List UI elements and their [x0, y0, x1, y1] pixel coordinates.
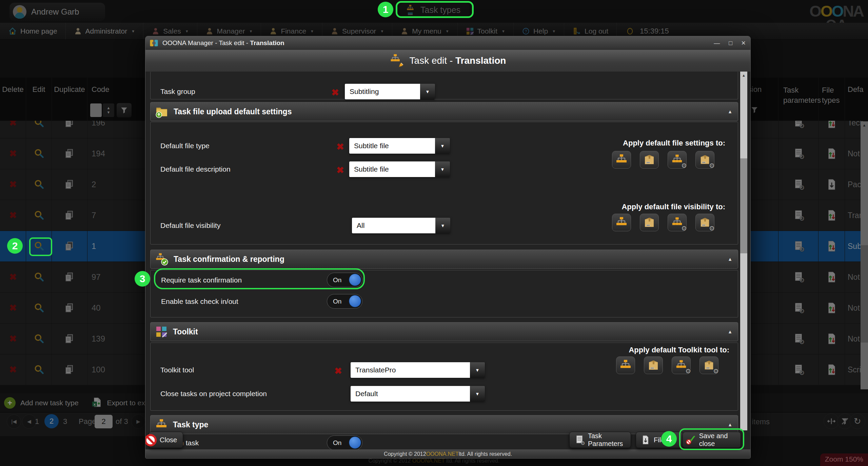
collapse-icon[interactable]: ▲	[728, 109, 732, 114]
apply-to-package-button[interactable]	[640, 151, 659, 169]
default-file-description-dropdown[interactable]: Subtitle file ▼	[349, 161, 450, 177]
minimize-button[interactable]: —	[714, 40, 720, 47]
table-row-selected[interactable]: ⚙ Subt	[748, 231, 868, 262]
delete-button[interactable]: ✖	[0, 293, 26, 323]
task-parameters-button[interactable]: ⚙	[778, 354, 818, 385]
maximize-button[interactable]: □	[729, 40, 732, 47]
duplicate-button[interactable]	[52, 121, 87, 138]
page-input[interactable]: 2	[95, 415, 113, 428]
default-file-type-dropdown[interactable]: Subtitle file ▼	[349, 138, 450, 154]
delete-button[interactable]: ✖	[0, 200, 26, 231]
col-edit[interactable]: Edit	[33, 85, 45, 94]
edit-button[interactable]	[26, 121, 52, 138]
collapse-icon[interactable]: ▲	[728, 329, 732, 334]
edit-button[interactable]	[26, 293, 52, 323]
file-types-button[interactable]	[818, 262, 845, 292]
edit-button[interactable]	[26, 169, 52, 200]
apply-to-project-settings-button[interactable]: ⚙	[672, 356, 691, 374]
dropdown-arrow-icon[interactable]: ▼	[435, 161, 450, 177]
table-row[interactable]: ✖ 194	[0, 138, 149, 169]
dropdown-arrow-icon[interactable]: ▼	[470, 386, 485, 402]
file-types-button[interactable]	[818, 324, 845, 354]
table-row[interactable]: ✖ 97	[0, 262, 149, 293]
duplicate-button[interactable]	[52, 324, 87, 354]
delete-button[interactable]: ✖	[0, 354, 26, 385]
apply-to-project-button[interactable]	[612, 151, 631, 169]
dropdown-arrow-icon[interactable]: ▼	[435, 218, 450, 233]
add-new-task-type-button[interactable]: Add new task type	[20, 399, 79, 407]
scroll-up-icon[interactable]: ▲	[740, 72, 747, 79]
table-row[interactable]: ⚙ Not	[748, 138, 868, 169]
file-types-button[interactable]	[818, 354, 845, 385]
task-parameters-button[interactable]: ⚙	[778, 324, 818, 354]
task-parameters-button[interactable]: ⚙	[778, 169, 818, 200]
page-3-button[interactable]: 3	[63, 417, 67, 426]
task-group-dropdown[interactable]: Subtitling ▼	[345, 84, 435, 99]
col-code[interactable]: Code	[92, 85, 110, 94]
delete-button[interactable]: ✖	[0, 324, 26, 354]
next-page-button[interactable]: ▶	[131, 414, 145, 429]
code-filter-button[interactable]	[117, 103, 132, 117]
edit-button[interactable]	[26, 262, 52, 292]
close-button[interactable]: Close	[149, 432, 183, 448]
col-task-parameters[interactable]: Task parameters	[783, 85, 817, 105]
table-scrollbar[interactable]: ▲	[861, 121, 868, 389]
modal-scrollbar[interactable]: ▲	[740, 72, 747, 430]
code-filter-stepper[interactable]: ▲▼	[103, 103, 114, 117]
add-icon[interactable]: +	[4, 397, 16, 409]
table-row[interactable]: ⚙ Tran	[748, 200, 868, 231]
delete-button[interactable]: ✖	[0, 169, 26, 200]
file-types-button[interactable]	[818, 231, 845, 261]
nav-home[interactable]: Home page	[0, 23, 66, 39]
duplicate-button[interactable]	[52, 169, 87, 200]
edit-button[interactable]	[26, 200, 52, 231]
modal-titlebar[interactable]: OOONA Manager - Task edit - Translation	[145, 36, 750, 50]
section-file-upload[interactable]: Task file upload default settings ▲	[150, 102, 738, 121]
duplicate-button[interactable]	[52, 262, 87, 292]
task-parameters-button[interactable]: ⚙	[778, 138, 818, 169]
delete-button[interactable]: ✖	[0, 138, 26, 169]
page-1-button[interactable]: 1	[35, 417, 39, 426]
table-row[interactable]: ⚙ Not	[748, 262, 868, 293]
task-parameters-button[interactable]: ⚙	[778, 200, 818, 231]
page-2-button-current[interactable]: 2	[44, 414, 59, 428]
excel-icon[interactable]	[91, 397, 102, 409]
apply-to-package-button[interactable]	[644, 356, 663, 374]
delete-button[interactable]: ✖	[0, 121, 26, 138]
col-default-partial[interactable]: Defa	[848, 85, 863, 94]
apply-to-package-settings-button[interactable]: ⚙	[695, 214, 714, 231]
col-file-types[interactable]: File types	[822, 85, 837, 105]
first-page-button[interactable]: |◀	[7, 414, 21, 429]
code-filter-input[interactable]	[90, 103, 102, 117]
task-parameters-button[interactable]: ⚙	[778, 262, 818, 292]
file-types-button[interactable]	[818, 169, 845, 200]
col-duplicate[interactable]: Duplicate	[54, 85, 85, 94]
table-row[interactable]: ⚙ Pac	[748, 169, 868, 200]
task-parameters-button[interactable]: ⚙	[778, 231, 818, 261]
apply-to-project-button[interactable]	[612, 214, 631, 231]
user-chip[interactable]: Andrew Garb	[9, 3, 105, 21]
enable-task-check-toggle[interactable]: On	[327, 294, 362, 309]
file-types-button[interactable]	[818, 293, 845, 323]
close-tasks-dropdown[interactable]: Default ▼	[351, 386, 485, 402]
file-types-button[interactable]	[818, 200, 845, 231]
edit-button[interactable]	[26, 324, 52, 354]
scroll-up-icon[interactable]: ▲	[861, 121, 868, 129]
scrollbar-thumb[interactable]	[740, 158, 747, 253]
section-task-type[interactable]: Task type ▲	[150, 415, 738, 434]
delete-button[interactable]: ✖	[0, 262, 26, 292]
scrollbar-thumb[interactable]	[861, 245, 868, 343]
table-row[interactable]: ✖ 7	[0, 200, 149, 231]
table-row[interactable]: ⚙ Not	[748, 324, 868, 354]
task-parameters-button[interactable]: ⚙	[778, 293, 818, 323]
task-parameters-button[interactable]: ⚙ Task Parameters	[569, 432, 631, 448]
funnel-icon[interactable]	[750, 105, 759, 114]
apply-to-package-settings-button[interactable]: ⚙	[695, 151, 714, 169]
close-window-button[interactable]: ×	[741, 39, 746, 47]
duplicate-button[interactable]	[52, 200, 87, 231]
stepper-down-icon[interactable]: ▼	[107, 110, 111, 115]
table-row[interactable]: ✖ 139	[0, 324, 149, 354]
nav-administrator[interactable]: Administrator▼	[66, 23, 144, 39]
duplicate-button[interactable]	[52, 138, 87, 169]
task-parameters-button[interactable]: ⚙	[778, 121, 818, 138]
